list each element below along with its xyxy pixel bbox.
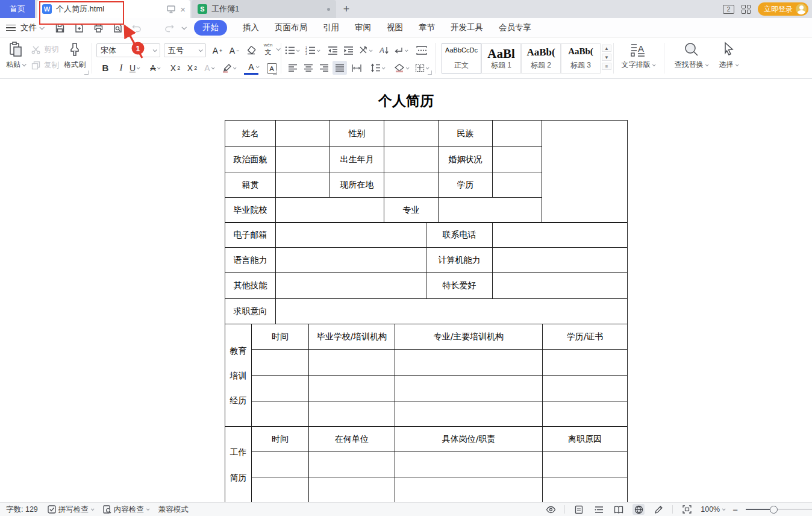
increase-font-button[interactable]: A+	[210, 43, 225, 57]
work-header-reason[interactable]: 离职原因	[543, 427, 628, 452]
edu-cell[interactable]	[309, 376, 395, 401]
label-school[interactable]: 毕业院校	[225, 198, 276, 223]
edu-header-major[interactable]: 专业/主要培训机构	[395, 324, 543, 350]
tab-review[interactable]: 审阅	[355, 22, 371, 33]
justify-button[interactable]	[333, 61, 347, 75]
tab-home[interactable]: 开始	[194, 20, 227, 36]
edu-cell[interactable]	[543, 376, 628, 401]
label-computer[interactable]: 计算机能力	[426, 248, 493, 273]
eye-protection-icon[interactable]	[545, 504, 557, 515]
window-switch-icon[interactable]: 2	[723, 5, 734, 14]
tab-page-layout[interactable]: 页面布局	[275, 22, 307, 33]
redo-button[interactable]	[163, 21, 176, 34]
bold-button[interactable]: B	[98, 61, 113, 75]
edu-cell[interactable]	[395, 376, 543, 401]
main-menu-icon[interactable]	[6, 25, 16, 31]
page-view-icon[interactable]	[573, 504, 585, 515]
style-heading3[interactable]: AaBb( 标题 3	[561, 43, 601, 74]
label-phone[interactable]: 联系电话	[426, 222, 493, 248]
label-objective[interactable]: 求职意向	[225, 299, 276, 324]
label-email[interactable]: 电子邮箱	[225, 222, 276, 248]
label-native[interactable]: 籍贯	[225, 172, 276, 198]
field-birth[interactable]	[384, 147, 439, 172]
edu-cell[interactable]	[309, 401, 395, 427]
field-political[interactable]	[276, 147, 330, 172]
work-header-time[interactable]: 时间	[252, 427, 309, 452]
shading-button[interactable]	[394, 61, 408, 75]
decrease-indent-button[interactable]	[325, 43, 340, 57]
styles-scroll-down-icon[interactable]: ▼	[602, 54, 611, 61]
field-phone[interactable]	[493, 222, 628, 248]
paragraph-mark-button[interactable]	[393, 43, 407, 57]
new-tab-button[interactable]: +	[336, 0, 357, 18]
borders-button[interactable]	[414, 61, 429, 75]
font-dialog-launcher-icon[interactable]	[273, 71, 277, 75]
phonetic-guide-button[interactable]: wén文	[261, 42, 275, 56]
save-button[interactable]	[53, 21, 66, 34]
style-heading2[interactable]: AaBb( 标题 2	[521, 43, 561, 74]
spreadsheet-tab[interactable]: S 工作簿1	[192, 0, 336, 18]
paste-button[interactable]: 粘贴	[4, 42, 28, 70]
asian-layout-button[interactable]	[358, 43, 372, 57]
bullet-list-button[interactable]	[284, 43, 299, 57]
zoom-slider[interactable]	[746, 505, 812, 514]
file-menu[interactable]: 文件	[20, 22, 43, 33]
label-major[interactable]: 专业	[384, 198, 439, 223]
label-ethnic[interactable]: 民族	[439, 121, 493, 147]
work-cell[interactable]	[252, 452, 309, 477]
field-language[interactable]	[276, 248, 426, 273]
education-section-label[interactable]: 教育 培训 经历	[225, 324, 252, 427]
field-hobby[interactable]	[493, 273, 628, 299]
field-degree[interactable]	[493, 172, 542, 198]
export-pdf-button[interactable]	[72, 21, 86, 34]
font-size-combo[interactable]: 五号	[164, 43, 206, 57]
underline-button[interactable]: U	[127, 61, 142, 75]
field-email[interactable]	[276, 222, 426, 248]
paragraph-dialog-launcher-icon[interactable]	[428, 71, 432, 75]
label-skills[interactable]: 其他技能	[225, 273, 276, 299]
align-center-button[interactable]	[301, 61, 316, 75]
document-canvas[interactable]: 个人简历 姓名 性别 民族 政治面貌 出生年月 婚姻状况 籍贯 现所在地 学历 …	[0, 79, 812, 502]
find-replace-button[interactable]: 查找替换	[671, 42, 711, 70]
styles-more-icon[interactable]: ≡	[602, 63, 611, 70]
label-degree[interactable]: 学历	[439, 172, 493, 198]
edu-cell[interactable]	[543, 401, 628, 427]
work-cell[interactable]	[309, 477, 395, 503]
work-cell[interactable]	[252, 477, 309, 503]
copy-button[interactable]: 复制	[31, 60, 59, 71]
distribute-text-button[interactable]	[414, 43, 429, 57]
decrease-font-button[interactable]: A−	[227, 43, 242, 57]
increase-indent-button[interactable]	[341, 43, 355, 57]
edu-header-school[interactable]: 毕业学校/培训机构	[309, 324, 395, 350]
line-spacing-button[interactable]	[370, 61, 384, 75]
font-name-combo[interactable]: 宋体	[96, 43, 160, 57]
style-heading1[interactable]: AaBl 标题 1	[481, 43, 521, 74]
edu-cell[interactable]	[252, 376, 309, 401]
text-layout-button[interactable]: A 文字排版	[619, 42, 657, 70]
align-right-button[interactable]	[317, 61, 331, 75]
edu-cell[interactable]	[252, 401, 309, 427]
label-name[interactable]: 姓名	[225, 121, 276, 147]
customize-toolbar-chevron-icon[interactable]	[181, 25, 186, 30]
content-check-button[interactable]: 内容检查	[103, 505, 149, 515]
tab-developer[interactable]: 开发工具	[451, 22, 483, 33]
edu-cell[interactable]	[543, 350, 628, 376]
cut-button[interactable]: 剪切	[31, 45, 59, 55]
font-color-button[interactable]: A	[244, 61, 258, 75]
clipboard-dialog-launcher-icon[interactable]	[84, 71, 89, 75]
field-ethnic[interactable]	[493, 121, 542, 147]
label-political[interactable]: 政治面貌	[225, 147, 276, 172]
edu-cell[interactable]	[395, 350, 543, 376]
clear-format-button[interactable]	[244, 43, 258, 57]
tab-insert[interactable]: 插入	[243, 22, 259, 33]
spell-check-toggle[interactable]: 拼写检查	[48, 505, 93, 515]
work-section-label[interactable]: 工作 简历	[225, 427, 252, 503]
work-cell[interactable]	[543, 477, 628, 503]
outline-view-icon[interactable]	[593, 504, 605, 515]
field-school[interactable]	[276, 198, 384, 223]
format-painter-button[interactable]: 格式刷	[60, 42, 89, 70]
subscript-button[interactable]: X2	[185, 61, 199, 75]
zoom-out-button[interactable]: −	[732, 505, 738, 515]
label-gender[interactable]: 性别	[330, 121, 384, 147]
highlight-color-button[interactable]	[221, 61, 236, 75]
